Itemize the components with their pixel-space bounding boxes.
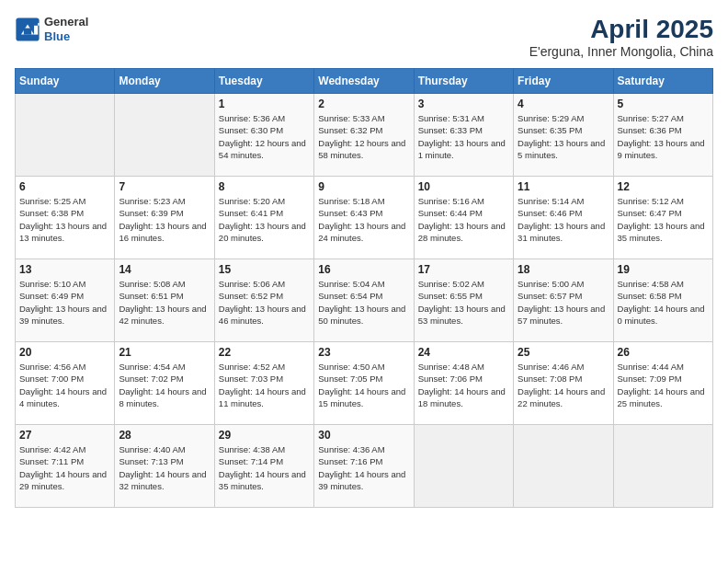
- weekday-header: Wednesday: [314, 69, 414, 94]
- weekday-header: Monday: [115, 69, 214, 94]
- day-number: 27: [19, 429, 110, 442]
- day-info: Sunrise: 4:42 AMSunset: 7:11 PMDaylight:…: [19, 443, 110, 492]
- day-info: Sunrise: 5:20 AMSunset: 6:41 PMDaylight:…: [219, 195, 310, 244]
- calendar-cell: 24Sunrise: 4:48 AMSunset: 7:06 PMDayligh…: [414, 342, 513, 425]
- calendar-cell: 22Sunrise: 4:52 AMSunset: 7:03 PMDayligh…: [214, 342, 313, 425]
- calendar-cell: [16, 94, 115, 177]
- day-number: 15: [219, 263, 310, 276]
- day-number: 16: [318, 263, 409, 276]
- day-info: Sunrise: 4:48 AMSunset: 7:06 PMDaylight:…: [418, 361, 509, 409]
- day-info: Sunrise: 5:08 AMSunset: 6:51 PMDaylight:…: [119, 278, 210, 327]
- calendar-cell: 21Sunrise: 4:54 AMSunset: 7:02 PMDayligh…: [115, 342, 214, 425]
- calendar-cell: [115, 94, 214, 177]
- day-info: Sunrise: 4:52 AMSunset: 7:03 PMDaylight:…: [219, 361, 310, 409]
- calendar-cell: 15Sunrise: 5:06 AMSunset: 6:52 PMDayligh…: [214, 259, 313, 342]
- calendar-week-row: 6Sunrise: 5:25 AMSunset: 6:38 PMDaylight…: [16, 177, 713, 259]
- day-number: 19: [618, 263, 709, 276]
- weekday-row: SundayMondayTuesdayWednesdayThursdayFrid…: [16, 69, 713, 94]
- day-number: 22: [219, 346, 310, 359]
- calendar-cell: 3Sunrise: 5:31 AMSunset: 6:33 PMDaylight…: [414, 94, 513, 177]
- day-info: Sunrise: 5:14 AMSunset: 6:46 PMDaylight:…: [518, 195, 609, 244]
- day-info: Sunrise: 4:56 AMSunset: 7:00 PMDaylight:…: [19, 361, 110, 409]
- day-number: 1: [219, 98, 310, 110]
- svg-rect-2: [24, 28, 31, 34]
- calendar-body: 1Sunrise: 5:36 AMSunset: 6:30 PMDaylight…: [16, 94, 713, 508]
- day-info: Sunrise: 5:12 AMSunset: 6:47 PMDaylight:…: [618, 195, 709, 244]
- day-number: 14: [119, 263, 210, 276]
- day-number: 20: [19, 346, 110, 359]
- calendar-cell: 19Sunrise: 4:58 AMSunset: 6:58 PMDayligh…: [613, 259, 712, 342]
- day-number: 21: [119, 346, 210, 359]
- calendar-cell: 29Sunrise: 4:38 AMSunset: 7:14 PMDayligh…: [214, 425, 313, 508]
- day-info: Sunrise: 5:33 AMSunset: 6:32 PMDaylight:…: [318, 112, 409, 161]
- page-header: General Blue April 2025 E'erguna, Inner …: [15, 15, 713, 59]
- calendar-week-row: 27Sunrise: 4:42 AMSunset: 7:11 PMDayligh…: [16, 425, 713, 508]
- day-info: Sunrise: 5:04 AMSunset: 6:54 PMDaylight:…: [318, 278, 409, 327]
- calendar-cell: [414, 425, 513, 508]
- day-info: Sunrise: 5:00 AMSunset: 6:57 PMDaylight:…: [518, 278, 609, 327]
- svg-rect-3: [34, 25, 38, 34]
- weekday-header: Saturday: [613, 69, 712, 94]
- calendar-header: SundayMondayTuesdayWednesdayThursdayFrid…: [16, 69, 713, 94]
- day-number: 3: [418, 98, 509, 110]
- day-number: 4: [518, 98, 609, 110]
- day-number: 28: [119, 429, 210, 442]
- calendar-cell: 28Sunrise: 4:40 AMSunset: 7:13 PMDayligh…: [115, 425, 214, 508]
- day-number: 26: [618, 346, 709, 359]
- day-number: 17: [418, 263, 509, 276]
- weekday-header: Sunday: [16, 69, 115, 94]
- calendar-cell: 10Sunrise: 5:16 AMSunset: 6:44 PMDayligh…: [414, 177, 513, 259]
- day-info: Sunrise: 5:02 AMSunset: 6:55 PMDaylight:…: [418, 278, 509, 327]
- day-number: 7: [119, 180, 210, 193]
- calendar-cell: 20Sunrise: 4:56 AMSunset: 7:00 PMDayligh…: [16, 342, 115, 425]
- calendar-cell: 2Sunrise: 5:33 AMSunset: 6:32 PMDaylight…: [314, 94, 414, 177]
- day-number: 12: [618, 180, 709, 193]
- day-info: Sunrise: 5:27 AMSunset: 6:36 PMDaylight:…: [618, 112, 709, 161]
- day-number: 6: [19, 180, 110, 193]
- day-info: Sunrise: 4:38 AMSunset: 7:14 PMDaylight:…: [219, 443, 310, 492]
- day-number: 23: [318, 346, 409, 359]
- calendar-cell: 11Sunrise: 5:14 AMSunset: 6:46 PMDayligh…: [514, 177, 613, 259]
- calendar-table: SundayMondayTuesdayWednesdayThursdayFrid…: [15, 68, 713, 508]
- day-info: Sunrise: 5:18 AMSunset: 6:43 PMDaylight:…: [318, 195, 409, 244]
- day-info: Sunrise: 4:40 AMSunset: 7:13 PMDaylight:…: [119, 443, 210, 492]
- title-block: April 2025 E'erguna, Inner Mongolia, Chi…: [529, 15, 713, 59]
- page-subtitle: E'erguna, Inner Mongolia, China: [529, 44, 713, 59]
- calendar-cell: 16Sunrise: 5:04 AMSunset: 6:54 PMDayligh…: [314, 259, 414, 342]
- day-number: 11: [518, 180, 609, 193]
- day-info: Sunrise: 4:54 AMSunset: 7:02 PMDaylight:…: [119, 361, 210, 409]
- day-info: Sunrise: 5:16 AMSunset: 6:44 PMDaylight:…: [418, 195, 509, 244]
- day-info: Sunrise: 4:50 AMSunset: 7:05 PMDaylight:…: [318, 361, 409, 409]
- calendar-cell: [613, 425, 712, 508]
- day-info: Sunrise: 5:25 AMSunset: 6:38 PMDaylight:…: [19, 195, 110, 244]
- calendar-cell: 30Sunrise: 4:36 AMSunset: 7:16 PMDayligh…: [314, 425, 414, 508]
- logo-blue-text: Blue: [44, 29, 88, 44]
- calendar-week-row: 20Sunrise: 4:56 AMSunset: 7:00 PMDayligh…: [16, 342, 713, 425]
- weekday-header: Tuesday: [214, 69, 313, 94]
- day-info: Sunrise: 5:10 AMSunset: 6:49 PMDaylight:…: [19, 278, 110, 327]
- calendar-week-row: 13Sunrise: 5:10 AMSunset: 6:49 PMDayligh…: [16, 259, 713, 342]
- day-info: Sunrise: 5:23 AMSunset: 6:39 PMDaylight:…: [119, 195, 210, 244]
- calendar-cell: 18Sunrise: 5:00 AMSunset: 6:57 PMDayligh…: [514, 259, 613, 342]
- day-number: 18: [518, 263, 609, 276]
- calendar-cell: 1Sunrise: 5:36 AMSunset: 6:30 PMDaylight…: [214, 94, 313, 177]
- day-number: 29: [219, 429, 310, 442]
- weekday-header: Thursday: [414, 69, 513, 94]
- day-info: Sunrise: 5:06 AMSunset: 6:52 PMDaylight:…: [219, 278, 310, 327]
- logo-text: General Blue: [44, 15, 88, 43]
- day-number: 30: [318, 429, 409, 442]
- day-number: 2: [318, 98, 409, 110]
- calendar-cell: 8Sunrise: 5:20 AMSunset: 6:41 PMDaylight…: [214, 177, 313, 259]
- day-number: 10: [418, 180, 509, 193]
- day-info: Sunrise: 5:36 AMSunset: 6:30 PMDaylight:…: [219, 112, 310, 161]
- logo: General Blue: [15, 15, 88, 43]
- day-number: 8: [219, 180, 310, 193]
- calendar-cell: 26Sunrise: 4:44 AMSunset: 7:09 PMDayligh…: [613, 342, 712, 425]
- day-info: Sunrise: 5:29 AMSunset: 6:35 PMDaylight:…: [518, 112, 609, 161]
- page-title: April 2025: [529, 15, 713, 44]
- day-number: 24: [418, 346, 509, 359]
- day-info: Sunrise: 4:44 AMSunset: 7:09 PMDaylight:…: [618, 361, 709, 409]
- day-number: 9: [318, 180, 409, 193]
- calendar-cell: 6Sunrise: 5:25 AMSunset: 6:38 PMDaylight…: [16, 177, 115, 259]
- calendar-week-row: 1Sunrise: 5:36 AMSunset: 6:30 PMDaylight…: [16, 94, 713, 177]
